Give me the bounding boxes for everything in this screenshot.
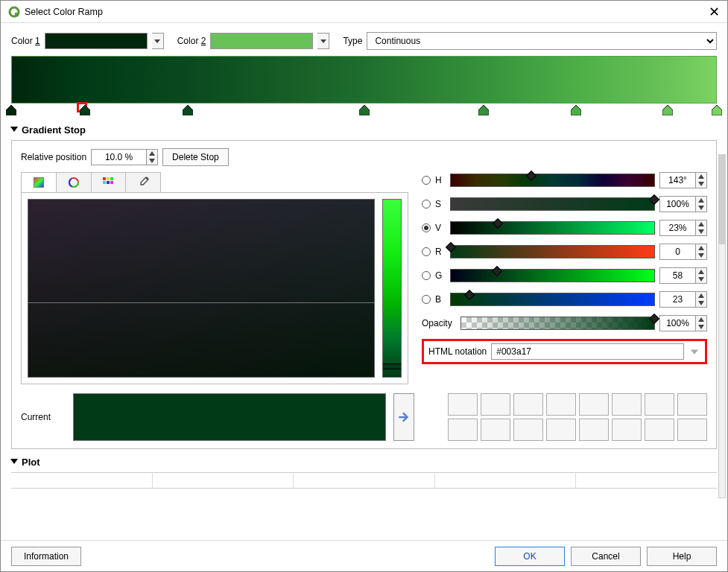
palette-cell[interactable]: [612, 393, 642, 416]
slider-v[interactable]: [450, 221, 655, 235]
svg-rect-21: [103, 181, 106, 184]
palette-cell[interactable]: [513, 419, 543, 441]
value-strip[interactable]: [382, 199, 402, 378]
svg-marker-14: [149, 159, 155, 163]
close-icon[interactable]: ✕: [709, 4, 720, 20]
palette-cell[interactable]: [513, 393, 543, 416]
qgis-icon: [8, 6, 20, 18]
palette-cell[interactable]: [645, 393, 674, 416]
collapse-icon: [10, 457, 19, 468]
radio-g[interactable]: [422, 271, 431, 280]
channel-label: S: [435, 199, 446, 209]
gradient-stop-label: Gradient Stop: [22, 124, 86, 136]
relative-position-label: Relative position: [21, 152, 86, 162]
slider-opacity[interactable]: [460, 317, 655, 330]
svg-marker-28: [698, 206, 704, 210]
radio-s[interactable]: [422, 200, 431, 209]
svg-marker-38: [698, 325, 704, 329]
palette-cell[interactable]: [677, 419, 707, 441]
dialog-window: Select Color Ramp ✕ Color 1 Color 2 Type…: [0, 0, 728, 572]
picker-left: [21, 172, 408, 384]
stop-marker[interactable]: [183, 105, 193, 115]
palette-cell[interactable]: [579, 393, 609, 416]
palette-cell[interactable]: [448, 393, 478, 416]
plot-header[interactable]: Plot: [10, 457, 717, 468]
palette-cell[interactable]: [481, 393, 510, 416]
relative-position-spin[interactable]: [91, 149, 158, 165]
palette-cell[interactable]: [546, 419, 576, 441]
ramp-preview[interactable]: [11, 56, 717, 104]
delete-stop-button[interactable]: Delete Stop: [162, 148, 229, 166]
palette-cell[interactable]: [546, 393, 576, 416]
relpos-down[interactable]: [147, 157, 157, 165]
add-to-palette-button[interactable]: [393, 393, 414, 441]
stop-marker[interactable]: [712, 105, 722, 115]
information-button[interactable]: Information: [11, 547, 81, 566]
palette-grid: [448, 393, 707, 441]
stop-marker[interactable]: [77, 102, 87, 112]
value-strip-marker[interactable]: [383, 363, 401, 369]
tab-eyedropper[interactable]: [126, 173, 160, 192]
stop-marker[interactable]: [571, 105, 581, 115]
svg-marker-35: [698, 293, 704, 298]
color1-label: Color 1: [11, 36, 40, 46]
palette-cell[interactable]: [677, 393, 707, 416]
cancel-button[interactable]: Cancel: [571, 547, 641, 566]
color1-swatch[interactable]: [45, 33, 148, 49]
stop-marker[interactable]: [359, 105, 370, 115]
relpos-up[interactable]: [147, 150, 157, 157]
palette-cell[interactable]: [481, 419, 510, 441]
stops-bar[interactable]: [11, 105, 717, 117]
relpos-row: Relative position Delete Stop: [21, 148, 707, 166]
window-title: Select Color Ramp: [25, 7, 103, 17]
current-color-swatch: [73, 393, 386, 441]
slider-r[interactable]: [450, 245, 655, 258]
slider-h[interactable]: [450, 174, 655, 187]
color-wheel-icon: [68, 177, 80, 188]
radio-b[interactable]: [422, 295, 431, 304]
stop-marker[interactable]: [662, 105, 673, 115]
tab-swatches[interactable]: [92, 173, 127, 192]
color1-menu[interactable]: [152, 33, 164, 49]
ok-button[interactable]: OK: [495, 547, 565, 566]
slider-g[interactable]: [450, 269, 655, 282]
palette-cell[interactable]: [645, 419, 674, 441]
channel-label: B: [435, 294, 446, 305]
radio-h[interactable]: [422, 176, 431, 185]
channel-label: R: [435, 247, 446, 257]
stop-marker[interactable]: [478, 105, 489, 115]
scrollbar-thumb[interactable]: [719, 155, 725, 244]
stop-marker[interactable]: [6, 105, 16, 115]
tab-gradient[interactable]: [22, 173, 57, 192]
svg-marker-4: [6, 105, 16, 115]
radio-r[interactable]: [422, 247, 431, 256]
type-label: Type: [343, 36, 362, 46]
svg-marker-25: [698, 174, 704, 179]
tab-color-wheel[interactable]: [57, 173, 92, 192]
palette-cell[interactable]: [612, 419, 642, 441]
html-notation-history[interactable]: [689, 343, 700, 360]
channel-row-r: R: [422, 244, 707, 260]
vertical-scrollbar[interactable]: [718, 154, 726, 498]
relative-position-input[interactable]: [91, 149, 146, 165]
saturation-area[interactable]: [28, 199, 375, 378]
relpos-arrows[interactable]: [146, 149, 158, 165]
help-button[interactable]: Help: [647, 547, 717, 566]
current-label: Current: [21, 393, 66, 441]
html-notation-input[interactable]: [491, 343, 684, 360]
slider-s[interactable]: [450, 197, 655, 211]
svg-marker-34: [698, 277, 704, 282]
type-select[interactable]: Continuous: [367, 32, 717, 50]
gradient-stop-header[interactable]: Gradient Stop: [10, 124, 717, 136]
color2-menu[interactable]: [317, 33, 329, 49]
palette-cell[interactable]: [448, 419, 478, 441]
slider-b[interactable]: [450, 293, 655, 306]
channel-row-v: V: [422, 220, 707, 236]
current-row: Current: [21, 393, 707, 441]
gradient-stop-section: Relative position Delete Stop: [11, 140, 717, 449]
radio-v[interactable]: [422, 223, 431, 232]
palette-cell[interactable]: [579, 419, 609, 441]
svg-rect-23: [110, 181, 113, 184]
color2-swatch[interactable]: [210, 33, 313, 49]
svg-marker-11: [712, 105, 722, 115]
